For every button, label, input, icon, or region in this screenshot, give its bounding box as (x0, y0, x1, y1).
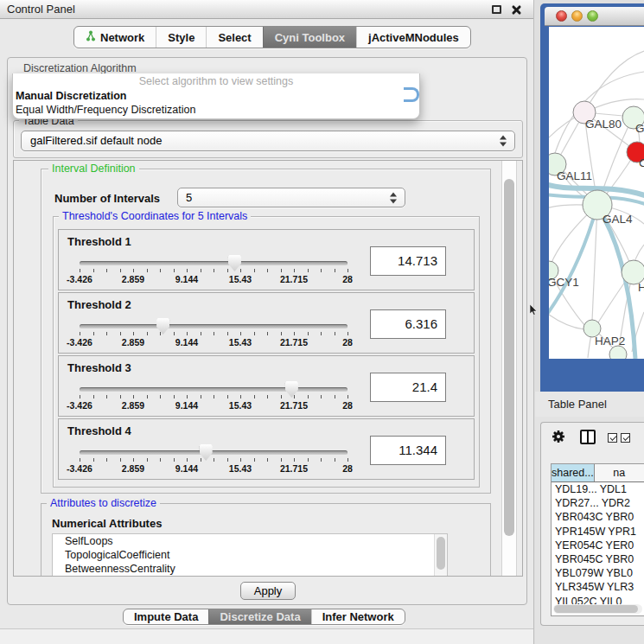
node-label: GA (635, 122, 644, 135)
minimize-traffic-light-icon[interactable] (571, 10, 583, 22)
checked-checkbox-icon[interactable] (621, 433, 630, 443)
close-traffic-light-icon[interactable] (556, 10, 567, 22)
split-view-icon[interactable] (580, 430, 596, 444)
scale-tick-label: 21.715 (268, 463, 320, 474)
network-window-titlebar[interactable] (545, 7, 644, 26)
threshold-slider[interactable]: -3.4262.8599.14415.4321.71528 (80, 387, 348, 411)
cell-name: YBR0 (603, 552, 644, 566)
tab-discretize-data[interactable]: Discretize Data (208, 609, 310, 624)
cell-shared-name: YDL19... (552, 482, 597, 496)
scale-tick-label: 28 (322, 400, 373, 411)
float-window-icon[interactable] (492, 5, 501, 14)
table-row[interactable]: YDL19...YDL1 (552, 482, 644, 496)
tab-network[interactable]: Network (74, 27, 156, 48)
slider-scale: -3.4262.8599.14415.4321.71528 (80, 337, 348, 348)
slider-ticks (80, 395, 348, 399)
threshold-cards: Threshold 1-3.4262.8599.14415.4321.71528… (58, 229, 475, 481)
scale-tick-label: 9.144 (161, 400, 213, 411)
slider-scale: -3.4262.8599.14415.4321.71528 (80, 274, 348, 284)
settings-gear-icon[interactable] (551, 429, 566, 444)
table-horizontal-scrollbar[interactable] (553, 604, 642, 614)
node-label: H (638, 281, 644, 294)
close-icon[interactable] (511, 4, 522, 16)
attributes-scrollbar[interactable] (434, 534, 447, 577)
network-graph: GAL80GACGAL11GAL4GCY1HHAP2 (549, 27, 644, 359)
network-edge[interactable] (584, 51, 644, 112)
attributes-list: SelfLoopsTopologicalCoefficientBetweenne… (52, 533, 448, 577)
threshold-card: Threshold 2-3.4262.8599.14415.4321.71528… (58, 292, 475, 354)
network-edge[interactable] (549, 312, 584, 329)
table-row[interactable]: YDR27...YDR2 (552, 496, 644, 510)
scale-tick-label: 2.859 (107, 337, 159, 348)
scale-tick-label: 9.144 (161, 274, 213, 284)
threshold-value-field[interactable]: 14.713 (370, 246, 446, 276)
threshold-slider[interactable]: -3.4262.8599.14415.4321.71528 (80, 261, 348, 284)
cell-shared-name: YBL079W (552, 566, 603, 580)
tab-jactivemnodules[interactable]: jActiveMNodules (356, 27, 470, 48)
checked-checkbox-icon[interactable] (608, 433, 617, 443)
algorithm-option-equal-width-frequency-discretization[interactable]: Equal Width/Frequency Discretization (13, 103, 419, 117)
attribute-item[interactable]: BetweennessCentrality (53, 562, 447, 576)
node-attribute-table: shared... na YDL19...YDL1YDR27...YDR2YBR… (551, 463, 644, 616)
tab-impute-data[interactable]: Impute Data (124, 609, 208, 624)
scale-tick-label: 21.715 (268, 337, 320, 348)
table-row[interactable]: YBR045CYBR0 (552, 552, 644, 566)
scale-tick-label: 9.144 (161, 463, 213, 474)
threshold-value-field[interactable]: 6.316 (370, 309, 446, 339)
tab-cyni-toolbox[interactable]: Cyni Toolbox (263, 27, 356, 48)
scale-tick-label: 2.859 (107, 400, 159, 411)
table-row[interactable]: YBR043CYBR0 (552, 510, 644, 524)
algorithm-combobox-focus-ring[interactable] (404, 87, 419, 102)
network-edge[interactable] (549, 208, 596, 316)
zoom-traffic-light-icon[interactable] (587, 10, 598, 22)
tab-infer-network[interactable]: Infer Network (311, 609, 405, 624)
cell-shared-name: YER054C (552, 539, 603, 552)
network-node[interactable] (609, 346, 627, 359)
table-panel-titlebar: Table Panel (535, 392, 644, 417)
settings-scrollbar-thumb[interactable] (504, 179, 514, 536)
threshold-value-field[interactable]: 21.4 (370, 373, 446, 402)
discretization-panel: Discretization Algorithm Select algorith… (7, 57, 527, 605)
threshold-value-field[interactable]: 11.344 (370, 436, 446, 465)
table-panel: shared... na YDL19...YDL1YDR27...YDR2YBR… (535, 417, 644, 644)
column-header-name[interactable]: na (595, 464, 644, 481)
attribute-item[interactable]: TopologicalCoefficient (53, 548, 447, 562)
slider-ticks (80, 269, 348, 273)
table-data-group: Table Data galFiltered.sif default node (13, 120, 523, 158)
threshold-slider[interactable]: -3.4262.8599.14415.4321.71528 (80, 324, 348, 348)
settings-scrollbar[interactable] (501, 161, 517, 576)
slider-track (80, 324, 348, 328)
slider-ticks (80, 332, 348, 336)
scale-tick-label: 15.43 (214, 337, 266, 348)
column-header-shared-name[interactable]: shared... (552, 464, 595, 481)
table-row[interactable]: YLR345WYLR3 (552, 580, 644, 594)
thresholds-group: Threshold's Coordinates for 5 Intervals … (53, 216, 480, 488)
tab-select[interactable]: Select (206, 27, 262, 48)
mouse-cursor (530, 303, 538, 315)
cell-name: YBR0 (603, 510, 644, 524)
table-data-combobox[interactable]: galFiltered.sif default node (21, 131, 515, 151)
algorithm-group-title: Discretization Algorithm (20, 62, 140, 74)
threshold-slider[interactable]: -3.4262.8599.14415.4321.71528 (80, 450, 348, 474)
node-label: C (639, 156, 644, 169)
table-row[interactable]: YBL079WYBL0 (552, 566, 644, 580)
algorithm-option-manual-discretization[interactable]: Manual Discretization (13, 89, 419, 103)
table-row[interactable]: YER054CYER0 (552, 539, 644, 552)
interval-definition-group: Interval Definition Number of Intervals … (41, 169, 491, 494)
table-horizontal-scrollbar-thumb[interactable] (554, 605, 638, 613)
tab-style[interactable]: Style (156, 27, 206, 48)
attributes-scrollbar-thumb[interactable] (437, 537, 445, 570)
number-of-intervals-label: Number of Intervals (54, 192, 160, 205)
cyni-mode-tabs: Impute DataDiscretize DataInfer Network (123, 609, 405, 625)
table-row[interactable]: YPR145WYPR1 (552, 525, 644, 539)
number-of-intervals-spinner[interactable]: 5 (177, 188, 405, 207)
attribute-item[interactable]: SelfLoops (53, 534, 447, 548)
slider-track (80, 387, 348, 392)
cell-shared-name: YPR145W (552, 525, 605, 539)
cell-name: YDR2 (599, 496, 644, 510)
apply-button[interactable]: Apply (240, 582, 296, 600)
scale-tick-label: -3.426 (54, 337, 105, 348)
network-canvas[interactable]: GAL80GACGAL11GAL4GCY1HHAP2 (549, 27, 644, 359)
thresholds-group-title: Threshold's Coordinates for 5 Intervals (59, 210, 251, 222)
algorithm-placeholder: Select algorithm to view settings (13, 73, 419, 89)
